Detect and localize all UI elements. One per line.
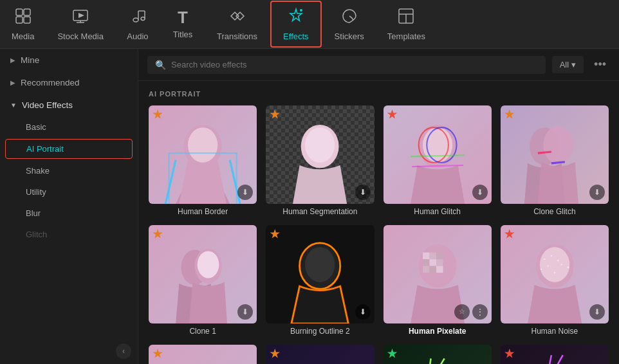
nav-stock-media[interactable]: Stock Media: [46, 2, 115, 46]
effect-card-burning-outline-2[interactable]: ⬇ Burning Outline 2: [266, 225, 374, 336]
sidebar-item-recommended[interactable]: ▶ Recommended: [0, 71, 138, 94]
filter-chevron-icon: ▾: [571, 60, 576, 69]
svg-rect-48: [422, 266, 429, 273]
svg-point-57: [560, 264, 562, 265]
effect-thumb-burning-outline-2: ⬇: [266, 225, 374, 323]
more-button-human-pixelate[interactable]: ⋮: [472, 304, 488, 320]
nav-audio-label: Audio: [127, 32, 148, 41]
top-nav: Media Stock Media Audio T Titles: [0, 0, 619, 49]
sidebar-glitch-label: Glitch: [26, 230, 47, 239]
effect-name-clone-1: Clone 1: [149, 327, 257, 336]
sidebar-item-mine[interactable]: ▶ Mine: [0, 49, 138, 71]
download-button-human-noise[interactable]: ⬇: [589, 304, 605, 320]
effect-name-human-border: Human Border: [149, 207, 257, 216]
svg-rect-1: [24, 9, 30, 15]
sidebar-recommended-label: Recommended: [21, 78, 80, 87]
effect-card-neon-flow-4[interactable]: ⬇ Neon Flow 4: [149, 345, 257, 364]
svg-line-20: [230, 160, 240, 204]
search-input[interactable]: [171, 60, 538, 69]
sidebar-video-effects-label: Video Effects: [22, 100, 73, 110]
transitions-icon: [228, 7, 246, 28]
effect-name-human-noise: Human Noise: [501, 327, 609, 336]
nav-effects-label: Effects: [283, 32, 309, 41]
svg-point-9: [141, 17, 145, 21]
effect-card-lightning-flash-2[interactable]: ⬇ Lightning Flash 2: [501, 345, 609, 364]
download-button-burning-outline-2[interactable]: ⬇: [355, 304, 371, 320]
effect-thumb-human-noise: ⬇: [501, 225, 609, 323]
download-button-human-segmentation[interactable]: ⬇: [355, 185, 371, 200]
effect-card-human-segmentation[interactable]: ⬇ Human Segmentation: [266, 105, 374, 216]
effect-name-burning-outline-2: Burning Outline 2: [266, 327, 374, 336]
effect-card-human-noise[interactable]: ⬇ Human Noise: [501, 225, 609, 336]
effects-icon: [287, 7, 305, 28]
nav-stickers-label: Stickers: [335, 32, 364, 41]
nav-effects[interactable]: Effects: [270, 1, 322, 48]
svg-point-23: [305, 127, 335, 163]
nav-stickers[interactable]: Stickers: [323, 2, 376, 46]
svg-point-18: [188, 127, 217, 163]
content-area: 🔍 All ▾ ••• AI PORTRAIT: [138, 49, 619, 364]
star-button-human-pixelate[interactable]: ☆: [454, 304, 470, 320]
effect-thumb-human-glitch: ⬇: [383, 105, 492, 204]
filter-button[interactable]: All ▾: [552, 56, 584, 73]
nav-titles-label: Titles: [173, 30, 193, 39]
download-button-clone-1[interactable]: ⬇: [237, 304, 253, 320]
nav-transitions[interactable]: Transitions: [205, 2, 269, 46]
sidebar: ▶ Mine ▶ Recommended ▼ Video Effects Bas…: [0, 49, 138, 364]
svg-point-31: [543, 126, 573, 164]
download-button-clone-glitch[interactable]: ⬇: [589, 185, 605, 200]
svg-rect-50: [436, 266, 443, 273]
sidebar-mine-label: Mine: [21, 55, 39, 65]
svg-point-54: [551, 255, 552, 257]
search-bar: 🔍 All ▾ •••: [138, 49, 619, 81]
effect-card-human-border[interactable]: ⬇ Human Border: [149, 105, 257, 216]
svg-point-56: [547, 265, 548, 266]
svg-rect-45: [422, 259, 429, 266]
svg-line-19: [165, 160, 176, 204]
svg-point-13: [300, 9, 302, 12]
templates-icon: [397, 7, 415, 28]
effect-card-clone-1[interactable]: ⬇ Clone 1: [149, 225, 257, 336]
media-icon: [14, 7, 32, 28]
sidebar-ai-portrait-label: AI Portrait: [26, 144, 64, 154]
effect-card-human-pixelate[interactable]: ⋮ ☆ Human Pixelate: [383, 225, 492, 336]
nav-templates[interactable]: Templates: [376, 2, 437, 46]
sidebar-sub-blur[interactable]: Blur: [0, 203, 138, 224]
nav-media[interactable]: Media: [0, 2, 46, 46]
sidebar-utility-label: Utility: [26, 187, 46, 197]
svg-rect-43: [429, 252, 436, 259]
svg-rect-2: [16, 17, 23, 23]
svg-rect-46: [429, 259, 436, 266]
effect-thumb-human-pixelate: ⋮ ☆: [383, 225, 492, 323]
more-button[interactable]: •••: [590, 55, 610, 74]
nav-audio[interactable]: Audio: [115, 2, 160, 46]
svg-point-53: [544, 259, 545, 260]
section-label: AI PORTRAIT: [149, 90, 609, 98]
sidebar-sub-basic[interactable]: Basic: [0, 116, 138, 138]
sidebar-collapse-button[interactable]: ‹: [0, 338, 138, 364]
effect-card-clone-glitch[interactable]: ⬇ Clone Glitch: [501, 105, 609, 216]
effect-card-lightning-flash-1[interactable]: ⬇ Lightning Flash 1: [383, 345, 492, 364]
effect-card-human-glitch[interactable]: ⬇ Human Glitch: [383, 105, 492, 216]
svg-point-58: [554, 272, 555, 273]
sidebar-sub-shake[interactable]: Shake: [0, 160, 138, 181]
sidebar-sub-ai-portrait[interactable]: AI Portrait: [5, 139, 133, 159]
svg-point-38: [305, 247, 335, 282]
effect-thumb-clone-1: ⬇: [149, 225, 257, 323]
download-button-human-glitch[interactable]: ⬇: [472, 185, 488, 200]
svg-point-52: [540, 247, 569, 282]
sidebar-item-video-effects[interactable]: ▼ Video Effects: [0, 94, 138, 116]
effect-name-human-glitch: Human Glitch: [383, 207, 492, 216]
effect-card-neon-ring-2[interactable]: ⬇ Neon Ring 2: [266, 345, 374, 364]
svg-line-28: [411, 155, 465, 156]
svg-rect-0: [16, 9, 23, 15]
main-body: ▶ Mine ▶ Recommended ▼ Video Effects Bas…: [0, 49, 619, 364]
nav-titles[interactable]: T Titles: [160, 4, 205, 44]
search-input-wrap[interactable]: 🔍: [147, 56, 546, 74]
svg-marker-7: [79, 13, 84, 18]
sidebar-sub-utility[interactable]: Utility: [0, 181, 138, 203]
sidebar-sub-glitch[interactable]: Glitch: [0, 224, 138, 245]
effect-name-human-segmentation: Human Segmentation: [266, 207, 374, 216]
svg-rect-49: [429, 266, 436, 273]
mine-arrow-icon: ▶: [10, 57, 15, 64]
